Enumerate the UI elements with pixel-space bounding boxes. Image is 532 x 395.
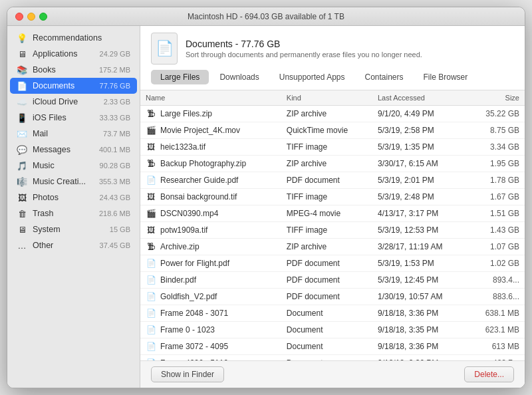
sidebar-item-size: 175.2 MB xyxy=(99,66,130,74)
table-row[interactable]: 📄 Power for Flight.pdf PDF document 5/3/… xyxy=(140,255,525,272)
sidebar-item-applications[interactable]: 🖥 Applications 24.29 GB xyxy=(10,46,137,62)
col-header-last-accessed[interactable]: Last Accessed xyxy=(372,90,468,106)
photos-icon: 🖼 xyxy=(17,192,27,203)
file-size: 1.51 GB xyxy=(468,205,525,222)
sidebar-item-documents[interactable]: 📄 Documents 77.76 GB xyxy=(10,78,137,94)
table-row[interactable]: 📄 Frame 4096 - 5119 Document 9/18/18, 3:… xyxy=(140,355,525,361)
file-kind: Document xyxy=(281,322,372,338)
file-size: 623.1 MB xyxy=(468,322,525,338)
sidebar-item-ios-files[interactable]: 📱 iOS Files 33.33 GB xyxy=(10,110,137,126)
sidebar-item-icloud-drive[interactable]: ☁️ iCloud Drive 2.33 GB xyxy=(10,94,137,110)
file-last-accessed: 5/3/19, 2:58 PM xyxy=(372,122,468,139)
tab-containers[interactable]: Containers xyxy=(356,70,413,84)
sidebar-item-recommendations[interactable]: 💡 Recommendations xyxy=(10,30,137,46)
table-container[interactable]: NameKindLast AccessedSize 🗜 Large Files.… xyxy=(140,90,525,360)
col-header-kind[interactable]: Kind xyxy=(281,90,372,106)
sidebar-item-music[interactable]: 🎵 Music 90.28 GB xyxy=(10,158,137,174)
table-row[interactable]: 📄 Frame 3072 - 4095 Document 9/18/18, 3:… xyxy=(140,338,525,355)
tab-file-browser[interactable]: File Browser xyxy=(414,70,477,84)
file-last-accessed: 5/3/19, 12:45 PM xyxy=(372,272,468,289)
file-type-icon: 🎬 xyxy=(146,125,156,136)
tab-downloads[interactable]: Downloads xyxy=(210,70,268,84)
sidebar-item-messages[interactable]: 💬 Messages 400.1 MB xyxy=(10,142,137,158)
file-size: 1.78 GB xyxy=(468,172,525,189)
sidebar-item-mail[interactable]: ✉️ Mail 73.7 MB xyxy=(10,126,137,142)
sidebar-item-size: 90.28 GB xyxy=(100,162,130,170)
sidebar-item-other[interactable]: … Other 37.45 GB xyxy=(10,237,137,253)
file-type-icon: 🗜 xyxy=(146,108,156,119)
table-row[interactable]: 🖼 heic1323a.tif TIFF image 5/3/19, 1:35 … xyxy=(140,139,525,156)
sidebar: 💡 Recommendations 🖥 Applications 24.29 G… xyxy=(7,26,140,388)
sidebar-item-size: 24.29 GB xyxy=(100,50,130,58)
table-row[interactable]: 🗜 Backup Photography.zip ZIP archive 3/3… xyxy=(140,156,525,172)
main-content: 💡 Recommendations 🖥 Applications 24.29 G… xyxy=(7,26,525,388)
file-name: 🖼 Bonsai background.tif xyxy=(140,189,281,205)
sidebar-item-label: Music xyxy=(33,161,94,170)
file-last-accessed: 1/30/19, 10:57 AM xyxy=(372,289,468,305)
system-icon: 🖥 xyxy=(17,224,27,235)
file-kind: PDF document xyxy=(281,272,372,289)
close-button[interactable] xyxy=(15,13,23,21)
minimize-button[interactable] xyxy=(27,13,35,21)
file-kind: ZIP archive xyxy=(281,106,372,122)
table-row[interactable]: 📄 Binder.pdf PDF document 5/3/19, 12:45 … xyxy=(140,272,525,289)
sidebar-item-trash[interactable]: 🗑 Trash 218.6 MB xyxy=(10,205,137,221)
window-title: Macintosh HD - 694.03 GB available of 1 … xyxy=(188,12,344,21)
music-icon: 🎵 xyxy=(17,160,27,171)
file-name: 🖼 potw1909a.tif xyxy=(140,222,281,239)
table-row[interactable]: 📄 Frame 0 - 1023 Document 9/18/18, 3:35 … xyxy=(140,322,525,338)
tab-large-files[interactable]: Large Files xyxy=(151,70,209,84)
file-last-accessed: 9/18/18, 3:36 PM xyxy=(372,305,468,322)
file-name: 📄 Frame 3072 - 4095 xyxy=(140,338,281,355)
sidebar-item-photos[interactable]: 🖼 Photos 24.43 GB xyxy=(10,190,137,205)
file-last-accessed: 9/18/18, 3:36 PM xyxy=(372,338,468,355)
delete-button[interactable]: Delete... xyxy=(464,366,514,382)
file-type-icon: 📄 xyxy=(146,325,156,335)
file-type-icon: 🖼 xyxy=(146,225,156,235)
file-type-icon: 📄 xyxy=(146,275,156,285)
file-type-icon: 📄 xyxy=(146,291,156,302)
sidebar-item-size: 218.6 MB xyxy=(99,209,130,217)
sidebar-item-system[interactable]: 🖥 System 15 GB xyxy=(10,221,137,237)
table-row[interactable]: 🖼 potw1909a.tif TIFF image 5/3/19, 12:53… xyxy=(140,222,525,239)
col-header-name[interactable]: Name xyxy=(140,90,281,106)
col-header-size[interactable]: Size xyxy=(468,90,525,106)
file-last-accessed: 5/3/19, 1:35 PM xyxy=(372,139,468,156)
sidebar-item-label: Books xyxy=(33,65,94,74)
titlebar: Macintosh HD - 694.03 GB available of 1 … xyxy=(7,7,525,26)
tabs: Large FilesDownloadsUnsupported AppsCont… xyxy=(151,70,514,84)
doc-icon: 📄 xyxy=(151,33,178,65)
table-row[interactable]: 📄 Researcher Guide.pdf PDF document 5/3/… xyxy=(140,172,525,189)
table-row[interactable]: 🗜 Large Files.zip ZIP archive 9/1/20, 4:… xyxy=(140,106,525,122)
sidebar-item-books[interactable]: 📚 Books 175.2 MB xyxy=(10,62,137,78)
books-icon: 📚 xyxy=(17,65,27,75)
table-row[interactable]: 🎬 DSCN0390.mp4 MPEG-4 movie 4/13/17, 3:1… xyxy=(140,205,525,222)
ios-files-icon: 📱 xyxy=(17,112,27,123)
file-size: 1.43 GB xyxy=(468,222,525,239)
file-type-icon: 📄 xyxy=(146,308,156,319)
table-row[interactable]: 📄 Frame 2048 - 3071 Document 9/18/18, 3:… xyxy=(140,305,525,322)
file-kind: PDF document xyxy=(281,289,372,305)
file-name: 🗜 Large Files.zip xyxy=(140,106,281,122)
sidebar-item-label: Trash xyxy=(33,209,94,218)
doc-text: Documents - 77.76 GB Sort through docume… xyxy=(186,39,422,59)
file-last-accessed: 5/3/19, 2:48 PM xyxy=(372,189,468,205)
table-row[interactable]: 🗜 Archive.zip ZIP archive 3/28/17, 11:19… xyxy=(140,239,525,255)
file-size: 8.75 GB xyxy=(468,122,525,139)
show-in-finder-button[interactable]: Show in Finder xyxy=(151,366,224,382)
file-type-icon: 📄 xyxy=(146,341,156,352)
file-kind: TIFF image xyxy=(281,189,372,205)
other-icon: … xyxy=(17,240,27,251)
file-size: 638.1 MB xyxy=(468,305,525,322)
file-last-accessed: 3/28/17, 11:19 AM xyxy=(372,239,468,255)
sidebar-item-music-creation[interactable]: 🎼 Music Creati... 355.3 MB xyxy=(10,174,137,190)
file-name: 📄 Frame 0 - 1023 xyxy=(140,322,281,338)
tab-unsupported-apps[interactable]: Unsupported Apps xyxy=(270,70,354,84)
table-row[interactable]: 🎬 Movie Project_4K.mov QuickTime movie 5… xyxy=(140,122,525,139)
doc-title: Documents - 77.76 GB xyxy=(186,39,422,49)
maximize-button[interactable] xyxy=(39,13,47,21)
file-size: 883.6... xyxy=(468,289,525,305)
file-kind: Document xyxy=(281,305,372,322)
table-row[interactable]: 📄 Goldfish_V2.pdf PDF document 1/30/19, … xyxy=(140,289,525,305)
table-row[interactable]: 🖼 Bonsai background.tif TIFF image 5/3/1… xyxy=(140,189,525,205)
